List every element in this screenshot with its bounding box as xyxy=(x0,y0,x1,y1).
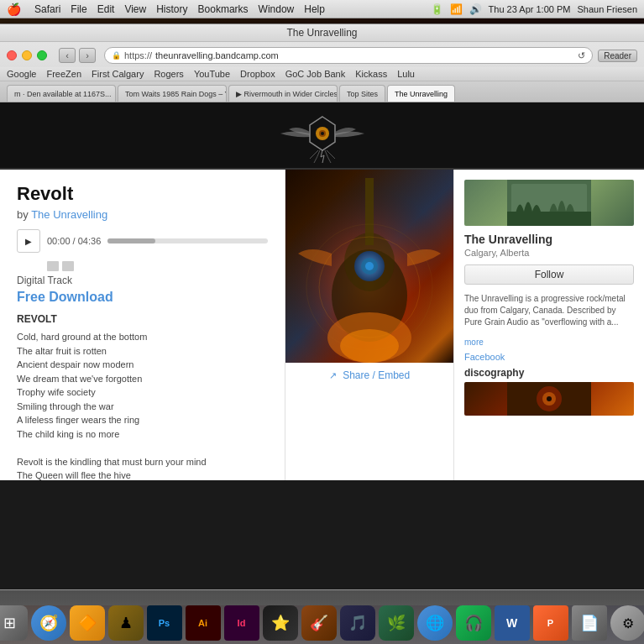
album-art xyxy=(285,170,453,363)
tab-0[interactable]: m · Den available at 1167S... xyxy=(7,85,116,102)
bookmark-rogers[interactable]: Rogers xyxy=(154,69,183,79)
tabs-row: m · Den available at 1167S... Tom Waits … xyxy=(0,81,644,102)
bookmark-firstcalgary[interactable]: First Calgary xyxy=(92,69,144,79)
dock-illustrator[interactable]: Ai xyxy=(186,605,221,641)
right-panel: The Unravelling Calgary, Alberta Follow … xyxy=(453,170,644,480)
menu-file[interactable]: File xyxy=(71,3,86,15)
user-display: Shaun Friesen xyxy=(577,4,637,14)
tab-4[interactable]: The Unravelling xyxy=(387,85,455,102)
bookmarks-bar: Google FreeZen First Calgary Rogers YouT… xyxy=(0,67,644,81)
dock-greenapp[interactable]: 🌿 xyxy=(379,605,414,641)
dock-chess[interactable]: ♟ xyxy=(108,605,144,641)
dock-launchpad[interactable]: ⊞ xyxy=(0,605,28,641)
url-https: https:// xyxy=(124,50,152,60)
time-current: 00:00 / 04:36 xyxy=(47,236,101,246)
svg-point-9 xyxy=(361,258,378,275)
artist-location: Calgary, Alberta xyxy=(464,248,634,258)
page-title: The Unravelling xyxy=(286,27,357,39)
nav-buttons: ‹ › xyxy=(59,48,96,63)
reader-button[interactable]: Reader xyxy=(598,50,637,62)
reload-icon[interactable]: ↺ xyxy=(578,50,585,61)
dock-word[interactable]: W xyxy=(495,605,530,641)
tab-3[interactable]: Top Sites xyxy=(339,85,385,102)
close-button[interactable] xyxy=(7,50,17,60)
browser-title: The Unravelling xyxy=(0,24,644,42)
dock-safari[interactable]: 🧭 xyxy=(31,605,66,641)
more-link[interactable]: more xyxy=(464,338,484,347)
shuffle-btn[interactable] xyxy=(62,261,74,271)
wifi-icon: 📶 xyxy=(450,3,463,15)
menu-edit[interactable]: Edit xyxy=(97,3,115,15)
bookmark-freezen[interactable]: FreeZen xyxy=(46,69,81,79)
bookmark-lulu[interactable]: Lulu xyxy=(397,69,415,79)
dock-pages[interactable]: P xyxy=(533,605,568,641)
artist-link[interactable]: The Unravelling xyxy=(31,208,107,221)
left-panel: Revolt by The Unravelling ▶ 00:00 / 04:3… xyxy=(0,170,285,480)
tab-1[interactable]: Tom Waits 1985 Rain Dogs – Yo... xyxy=(118,85,227,102)
url-bar[interactable]: 🔒 https:// theunravelling.bandcamp.com ↺ xyxy=(104,47,593,64)
dock-garageband[interactable]: ⭐ xyxy=(263,605,298,641)
forward-button[interactable]: › xyxy=(79,48,96,63)
center-panel: ↗ Share / Embed xyxy=(285,170,453,480)
dock-indesign[interactable]: Id xyxy=(224,605,259,641)
svg-point-3 xyxy=(321,132,324,135)
bookmark-kickass[interactable]: Kickass xyxy=(355,69,387,79)
dock-vlc[interactable]: 🔶 xyxy=(70,605,105,641)
dock-internet[interactable]: 🌐 xyxy=(417,605,453,641)
follow-button[interactable]: Follow xyxy=(464,264,634,285)
apple-menu[interactable]: 🍎 xyxy=(7,3,21,16)
share-embed-link[interactable]: ↗ Share / Embed xyxy=(329,369,410,381)
svg-point-10 xyxy=(365,262,374,270)
back-button[interactable]: ‹ xyxy=(59,48,76,63)
minimize-button[interactable] xyxy=(22,50,32,60)
dock-guitarpro[interactable]: 🎸 xyxy=(301,605,337,641)
battery-icon: 🔋 xyxy=(431,3,443,15)
dock-photoshop[interactable]: Ps xyxy=(147,605,182,641)
page-content: Revolt by The Unravelling ▶ 00:00 / 04:3… xyxy=(0,102,644,605)
menu-bookmarks[interactable]: Bookmarks xyxy=(198,3,249,15)
facebook-link[interactable]: Facebook xyxy=(464,352,634,362)
artist-thumb-art xyxy=(464,180,634,226)
menu-history[interactable]: History xyxy=(156,3,187,15)
svg-rect-7 xyxy=(365,178,374,245)
digital-track-label: Digital Track xyxy=(17,275,268,286)
maximize-button[interactable] xyxy=(37,50,47,60)
menu-help[interactable]: Help xyxy=(304,3,325,15)
menubar: 🍎 Safari File Edit View History Bookmark… xyxy=(0,0,644,18)
progress-bar[interactable] xyxy=(107,238,268,243)
svg-point-8 xyxy=(354,251,385,281)
artist-name-right: The Unravelling xyxy=(464,233,634,246)
dock-doc[interactable]: 📄 xyxy=(572,605,607,641)
volume-btn[interactable] xyxy=(47,261,59,271)
window-controls-row: ‹ › 🔒 https:// theunravelling.bandcamp.c… xyxy=(0,42,644,67)
svg-point-13 xyxy=(327,312,411,363)
bookmark-youtube[interactable]: YouTube xyxy=(194,69,230,79)
datetime-display: Thu 23 Apr 1:00 PM xyxy=(489,4,571,14)
play-button[interactable]: ▶ xyxy=(17,229,40,253)
menu-window[interactable]: Window xyxy=(259,3,295,15)
free-download-link[interactable]: Free Download xyxy=(17,290,268,305)
bookmark-gocjobbank[interactable]: GoC Job Bank xyxy=(285,69,346,79)
discography-art xyxy=(464,382,634,416)
progress-fill xyxy=(107,238,155,243)
tab-2[interactable]: ▶ Rivermouth in Wider Circles xyxy=(228,85,338,102)
menu-safari[interactable]: Safari xyxy=(34,3,60,15)
menubar-left: 🍎 Safari File Edit View History Bookmark… xyxy=(7,3,325,16)
dock-settings[interactable]: ⚙ xyxy=(610,605,645,641)
lyrics-text: Cold, hard ground at the bottom The alta… xyxy=(17,330,268,483)
browser-window: The Unravelling ‹ › 🔒 https:// theunrave… xyxy=(0,24,644,527)
bookmark-dropbox[interactable]: Dropbox xyxy=(240,69,275,79)
url-text: theunravelling.bandcamp.com xyxy=(155,50,574,60)
track-title: Revolt xyxy=(17,183,268,205)
dock-music[interactable]: 🎵 xyxy=(340,605,375,641)
svg-point-5 xyxy=(332,249,407,342)
menu-view[interactable]: View xyxy=(124,3,146,15)
svg-rect-4 xyxy=(285,170,453,363)
dock-audio[interactable]: 🎧 xyxy=(456,605,491,641)
lyrics-title: REVOLT xyxy=(17,313,268,325)
browser-chrome: The Unravelling ‹ › 🔒 https:// theunrave… xyxy=(0,24,644,102)
album-art-overlay xyxy=(285,170,453,363)
artist-bio: The Unravelling is a progressive rock/me… xyxy=(464,293,634,328)
track-artist: by The Unravelling xyxy=(17,208,268,221)
bookmark-google[interactable]: Google xyxy=(7,69,36,79)
